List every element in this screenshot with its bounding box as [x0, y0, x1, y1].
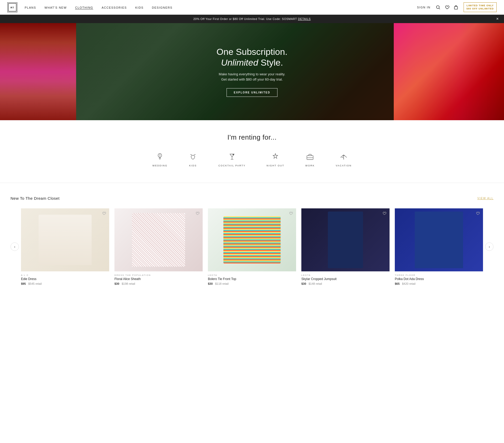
products-section: New To The Dream Closet VIEW ALL ‹ A L C…: [0, 191, 504, 301]
renting-cat-kids[interactable]: KIDS: [188, 152, 197, 167]
product-card: A L C Edie Dress $95 $545 retail: [21, 208, 109, 285]
product-image-wrap: [21, 208, 109, 271]
product-name[interactable]: Floral Alice Sheath: [114, 277, 203, 281]
kids-label: KIDS: [189, 164, 197, 167]
night-out-icon: [271, 152, 280, 161]
hero-subtitle: Make having everything to wear your real…: [217, 72, 287, 83]
view-all-link[interactable]: VIEW ALL: [477, 197, 494, 200]
cocktail-icon: [228, 152, 237, 161]
product-card: THREE FLOOR Polka Dot Ada Dress $65 $420…: [395, 208, 483, 285]
wedding-icon: [155, 152, 164, 161]
svg-point-5: [158, 154, 162, 157]
renting-section: I'm renting for... WEDDING KIDS: [0, 120, 504, 175]
products-carousel: ‹ A L C Edie Dress $95 $: [10, 208, 494, 285]
vacation-icon: [339, 152, 348, 161]
nav-item-clothing[interactable]: CLOTHING: [75, 5, 93, 10]
product-brand: LEOTA: [208, 274, 296, 276]
renting-cat-night-out[interactable]: NIGHT OUT: [267, 152, 284, 167]
work-icon: [306, 152, 314, 161]
product-image-placeholder: [415, 212, 463, 268]
product-image-placeholder: [328, 212, 363, 268]
search-icon[interactable]: [436, 5, 440, 10]
product-price: $30 $198 retail: [114, 282, 203, 285]
wishlist-icon[interactable]: [102, 211, 106, 216]
svg-point-10: [233, 154, 234, 155]
product-info: LEOTA Skylar Cropped Jumpsuit $30 $148 r…: [301, 271, 390, 285]
bag-icon[interactable]: [454, 5, 458, 10]
svg-rect-4: [454, 7, 458, 9]
product-name[interactable]: Polka Dot Ada Dress: [395, 277, 483, 281]
nav-item-designers[interactable]: DESIGNERS: [152, 5, 172, 10]
product-card: LEOTA Skylar Cropped Jumpsuit $30 $148 r…: [301, 208, 390, 285]
product-price: $65 $420 retail: [395, 282, 483, 285]
nav-icons: [436, 5, 458, 10]
products-header: New To The Dream Closet VIEW ALL: [10, 196, 494, 201]
product-image-wrap: [208, 208, 296, 271]
nav-right: SIGN IN LIMITED TIME ONLY: [417, 2, 497, 12]
night-out-label: NIGHT OUT: [267, 164, 284, 167]
section-divider: [0, 183, 504, 183]
nav-item-kids[interactable]: KIDS: [135, 5, 144, 10]
product-brand: A L C: [21, 274, 109, 276]
logo[interactable]: RT: [7, 2, 17, 12]
product-image-placeholder: [39, 215, 92, 265]
hero-title: One Subscription. Unlimited Style.: [217, 46, 287, 68]
announcement-details-link[interactable]: DETAILS: [298, 17, 311, 20]
wishlist-icon[interactable]: [195, 211, 200, 216]
carousel-next-button[interactable]: ›: [485, 242, 494, 251]
product-card: DRESS THE POPULATION Floral Alice Sheath…: [114, 208, 203, 285]
product-name[interactable]: Bolero Tie Front Top: [208, 277, 296, 281]
hero-right-model: [394, 23, 504, 120]
product-image-wrap: [395, 208, 483, 271]
product-price: $30 $148 retail: [301, 282, 390, 285]
renting-cat-wedding[interactable]: WEDDING: [152, 152, 167, 167]
product-brand: LEOTA: [301, 274, 390, 276]
renting-heading: I'm renting for...: [5, 133, 499, 141]
products-heading: New To The Dream Closet: [10, 196, 60, 201]
product-image-placeholder: [223, 216, 281, 263]
hero-content: One Subscription. Unlimited Style. Make …: [217, 46, 287, 97]
wedding-label: WEDDING: [152, 164, 167, 167]
hero-left-model: [0, 23, 76, 120]
renting-categories: WEDDING KIDS COCKTAIL PAR: [5, 152, 499, 167]
cocktail-label: COCKTAIL PARTY: [218, 164, 246, 167]
nav-links: PLANS WHAT'S NEW CLOTHING ACCESSORIES KI…: [25, 5, 172, 10]
product-name[interactable]: Edie Dress: [21, 277, 109, 281]
sign-in-link[interactable]: SIGN IN: [417, 6, 430, 9]
kids-icon: [188, 152, 197, 161]
hero-cta-button[interactable]: EXPLORE UNLIMITED: [227, 88, 277, 97]
announcement-text: 20% Off Your First Order or $80 Off Unli…: [193, 17, 297, 20]
heart-icon[interactable]: [445, 5, 449, 10]
product-price: $30 $118 retail: [208, 282, 296, 285]
renting-cat-vacation[interactable]: VACATION: [336, 152, 352, 167]
nav-item-accessories[interactable]: ACCESSORIES: [102, 5, 127, 10]
product-info: THREE FLOOR Polka Dot Ada Dress $65 $420…: [395, 271, 483, 285]
product-info: DRESS THE POPULATION Floral Alice Sheath…: [114, 271, 203, 285]
wishlist-icon[interactable]: [476, 211, 480, 216]
promo-badge[interactable]: LIMITED TIME ONLY $80 OFF UNLIMITED: [464, 2, 497, 12]
renting-cat-work[interactable]: WORK: [305, 152, 315, 167]
svg-text:RT: RT: [10, 6, 14, 9]
nav-item-whats-new[interactable]: WHAT'S NEW: [45, 5, 67, 10]
svg-marker-11: [273, 154, 278, 159]
product-name[interactable]: Skylar Cropped Jumpsuit: [301, 277, 390, 281]
product-brand: DRESS THE POPULATION: [114, 274, 203, 276]
product-brand: THREE FLOOR: [395, 274, 483, 276]
vacation-label: VACATION: [336, 164, 352, 167]
nav-left: RT PLANS WHAT'S NEW CLOTHING ACCESSORIES…: [7, 2, 172, 12]
carousel-prev-button[interactable]: ‹: [10, 242, 19, 251]
navbar: RT PLANS WHAT'S NEW CLOTHING ACCESSORIES…: [0, 0, 504, 15]
wishlist-icon[interactable]: [289, 211, 293, 216]
nav-item-plans[interactable]: PLANS: [25, 5, 36, 10]
hero-section: One Subscription. Unlimited Style. Make …: [0, 23, 504, 120]
product-card: LEOTA Bolero Tie Front Top $30 $118 reta…: [208, 208, 296, 285]
announcement-bar: 20% Off Your First Order or $80 Off Unli…: [0, 15, 504, 23]
product-image-wrap: [301, 208, 390, 271]
work-label: WORK: [305, 164, 315, 167]
product-image-placeholder: [132, 213, 185, 267]
announcement-close-button[interactable]: ×: [496, 17, 499, 21]
renting-cat-cocktail[interactable]: COCKTAIL PARTY: [218, 152, 246, 167]
svg-line-3: [439, 8, 440, 9]
products-grid: A L C Edie Dress $95 $545 retail: [21, 208, 483, 285]
wishlist-icon[interactable]: [382, 211, 386, 216]
